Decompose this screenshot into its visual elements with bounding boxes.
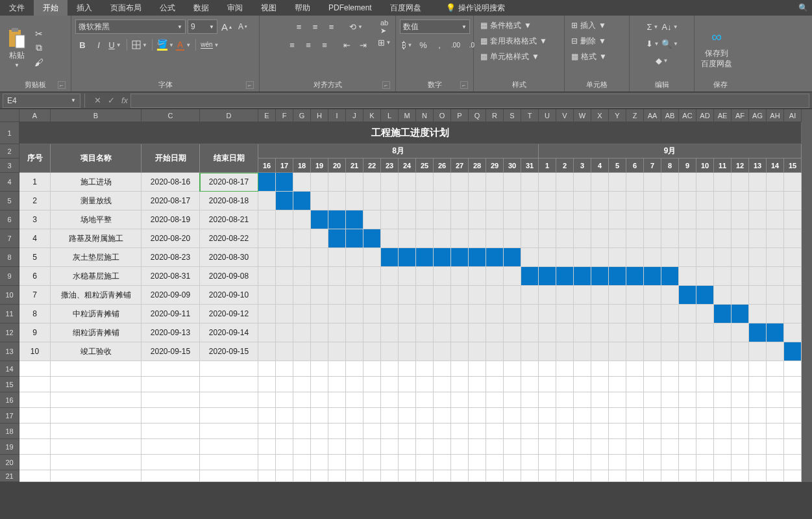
indent-decrease-icon[interactable]: ⇤ [339, 38, 354, 52]
gantt-cell[interactable] [363, 323, 381, 342]
copy-icon[interactable]: ⧉ [32, 42, 45, 55]
empty-cell[interactable] [644, 408, 661, 424]
col-header[interactable]: AI [784, 109, 802, 122]
gantt-cell[interactable] [416, 342, 434, 361]
gantt-cell[interactable] [749, 323, 767, 342]
gantt-cell[interactable] [784, 323, 802, 342]
empty-cell[interactable] [434, 392, 451, 408]
col-header[interactable]: B [51, 109, 141, 122]
empty-cell[interactable] [591, 377, 609, 392]
empty-cell[interactable] [556, 361, 574, 377]
gantt-cell[interactable] [784, 342, 802, 361]
header-day[interactable]: 13 [749, 158, 767, 173]
empty-cell[interactable] [609, 408, 626, 424]
gantt-cell[interactable] [363, 192, 381, 210]
cell-seq[interactable]: 6 [19, 267, 51, 286]
empty-cell[interactable] [293, 361, 311, 377]
cell-seq[interactable]: 1 [19, 173, 51, 192]
empty-cell[interactable] [539, 377, 556, 392]
empty-cell[interactable] [258, 392, 276, 408]
gantt-cell[interactable] [609, 173, 626, 192]
empty-cell[interactable] [784, 439, 802, 455]
gantt-cell[interactable] [504, 173, 521, 192]
cell-end[interactable]: 2020-08-17 [200, 173, 258, 192]
gantt-cell[interactable] [346, 342, 363, 361]
empty-cell[interactable] [626, 470, 644, 482]
gantt-cell[interactable] [469, 192, 486, 210]
gantt-cell[interactable] [363, 267, 381, 286]
empty-cell[interactable] [451, 408, 469, 424]
empty-cell[interactable] [767, 470, 784, 482]
menu-item[interactable]: 文件 [0, 0, 34, 16]
gantt-cell[interactable] [381, 192, 399, 210]
header-day[interactable]: 22 [363, 158, 381, 173]
empty-cell[interactable] [784, 424, 802, 439]
empty-cell[interactable] [539, 439, 556, 455]
empty-cell[interactable] [293, 424, 311, 439]
col-header[interactable]: Q [469, 109, 486, 122]
empty-cell[interactable] [51, 455, 141, 470]
empty-cell[interactable] [381, 455, 399, 470]
empty-cell[interactable] [767, 377, 784, 392]
empty-cell[interactable] [486, 392, 504, 408]
gantt-cell[interactable] [434, 248, 451, 267]
empty-cell[interactable] [521, 439, 539, 455]
find-button[interactable]: 🔍▼ [661, 36, 678, 51]
gantt-cell[interactable] [749, 229, 767, 248]
empty-cell[interactable] [696, 377, 714, 392]
gantt-cell[interactable] [626, 305, 644, 323]
empty-cell[interactable] [381, 424, 399, 439]
empty-cell[interactable] [416, 470, 434, 482]
header-day[interactable]: 21 [346, 158, 363, 173]
empty-cell[interactable] [328, 424, 346, 439]
cell-seq[interactable]: 5 [19, 248, 51, 267]
empty-cell[interactable] [293, 470, 311, 482]
empty-cell[interactable] [732, 455, 749, 470]
menu-item[interactable]: 插入 [68, 0, 101, 16]
gantt-cell[interactable] [679, 248, 696, 267]
gantt-cell[interactable] [258, 342, 276, 361]
gantt-cell[interactable] [521, 323, 539, 342]
empty-cell[interactable] [784, 392, 802, 408]
empty-cell[interactable] [714, 439, 732, 455]
gantt-cell[interactable] [346, 286, 363, 305]
gantt-cell[interactable] [451, 323, 469, 342]
header-day[interactable]: 30 [504, 158, 521, 173]
gantt-cell[interactable] [626, 248, 644, 267]
empty-cell[interactable] [574, 470, 591, 482]
gantt-cell[interactable] [661, 267, 679, 286]
gantt-cell[interactable] [469, 286, 486, 305]
empty-cell[interactable] [451, 439, 469, 455]
gantt-cell[interactable] [767, 342, 784, 361]
cell-seq[interactable]: 9 [19, 323, 51, 342]
gantt-cell[interactable] [311, 210, 328, 229]
gantt-cell[interactable] [416, 323, 434, 342]
paste-button[interactable]: 粘贴 ▼ [4, 27, 30, 70]
gantt-cell[interactable] [556, 248, 574, 267]
row-header[interactable]: 14 [0, 361, 19, 377]
header-day[interactable]: 3 [574, 158, 591, 173]
col-header[interactable]: L [381, 109, 399, 122]
empty-cell[interactable] [434, 408, 451, 424]
row-header[interactable]: 4 [0, 173, 19, 192]
empty-cell[interactable] [469, 408, 486, 424]
col-header[interactable]: D [200, 109, 258, 122]
empty-cell[interactable] [200, 439, 258, 455]
row-header[interactable]: 16 [0, 392, 19, 408]
gantt-cell[interactable] [591, 267, 609, 286]
menu-item[interactable]: PDFelement [319, 0, 381, 16]
empty-cell[interactable] [363, 408, 381, 424]
empty-cell[interactable] [451, 361, 469, 377]
gantt-cell[interactable] [346, 267, 363, 286]
header-day[interactable]: 14 [767, 158, 784, 173]
empty-cell[interactable] [434, 361, 451, 377]
gantt-cell[interactable] [556, 210, 574, 229]
gantt-cell[interactable] [311, 342, 328, 361]
gantt-cell[interactable] [784, 286, 802, 305]
wrap-text-button[interactable]: ab➤ [377, 19, 391, 34]
cell-start[interactable]: 2020-08-16 [141, 173, 200, 192]
gantt-cell[interactable] [784, 305, 802, 323]
gantt-cell[interactable] [679, 286, 696, 305]
empty-cell[interactable] [732, 392, 749, 408]
empty-cell[interactable] [486, 408, 504, 424]
